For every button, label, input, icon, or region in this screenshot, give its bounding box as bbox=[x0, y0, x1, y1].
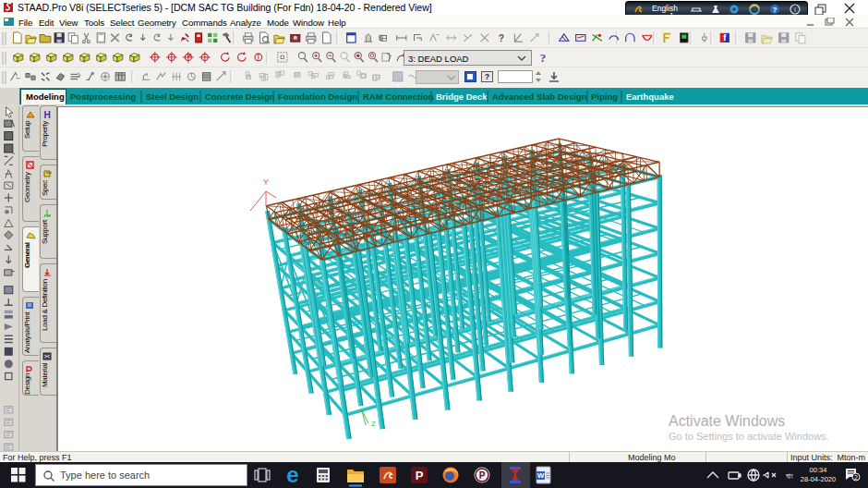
svg-text:Activate Windows: Activate Windows bbox=[669, 413, 785, 429]
svg-text:W: W bbox=[537, 471, 545, 480]
svg-text:English: English bbox=[652, 4, 678, 13]
svg-text:?: ? bbox=[540, 51, 547, 65]
svg-text:?: ? bbox=[773, 6, 778, 14]
svg-text:i: i bbox=[794, 6, 796, 14]
svg-text:2: 2 bbox=[854, 474, 858, 481]
svg-text:Y: Y bbox=[263, 177, 269, 187]
svg-text:Go to Settings to activate Win: Go to Settings to activate Windows. bbox=[669, 431, 829, 442]
svg-text:e: e bbox=[286, 462, 298, 487]
svg-text:00:34: 00:34 bbox=[810, 466, 827, 474]
svg-text:P: P bbox=[416, 469, 424, 482]
svg-text:P: P bbox=[479, 470, 486, 481]
svg-text:H: H bbox=[43, 110, 50, 120]
svg-text:?: ? bbox=[499, 33, 504, 43]
svg-text:বাং: বাং bbox=[785, 471, 793, 481]
svg-text:Z: Z bbox=[371, 420, 376, 428]
svg-text:28-04-2020: 28-04-2020 bbox=[801, 475, 836, 483]
